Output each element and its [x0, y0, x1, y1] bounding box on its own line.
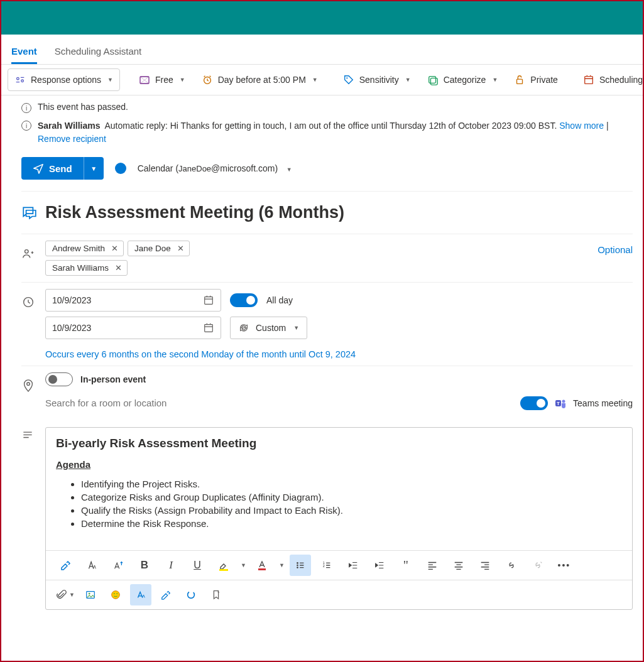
svg-point-13 — [27, 383, 30, 386]
align-right-icon[interactable] — [474, 555, 496, 576]
format-toolbar: B I U ▼ ▼ 12 " ••• — [46, 550, 632, 580]
agenda-item: Categorize Risks and Group Duplicates (A… — [81, 492, 622, 502]
event-passed-text: This event has passed. — [38, 102, 128, 112]
svg-point-20 — [297, 565, 298, 567]
optional-toggle-link[interactable]: Optional — [598, 241, 633, 255]
scheduling-toolbar-button[interactable]: Scheduling — [577, 69, 644, 90]
svg-point-16 — [562, 399, 565, 403]
tag-icon — [343, 74, 354, 85]
description-editor: Bi-yearly Risk Assessment Meeting Agenda… — [45, 427, 633, 610]
font-family-icon[interactable] — [81, 555, 102, 576]
private-label: Private — [530, 75, 558, 85]
location-input[interactable] — [45, 391, 297, 415]
more-options-icon[interactable]: ••• — [554, 555, 575, 576]
private-button[interactable]: Private — [508, 69, 564, 90]
emoji-icon[interactable] — [105, 584, 126, 605]
align-left-icon[interactable] — [422, 555, 443, 576]
clock-icon — [21, 289, 36, 309]
font-color-icon[interactable] — [251, 555, 273, 576]
categorize-icon — [427, 74, 439, 85]
calendar-label-prefix: Calendar ( — [138, 163, 178, 173]
remove-chip-icon[interactable]: ✕ — [115, 263, 122, 273]
send-label: Send — [49, 163, 72, 174]
svg-point-21 — [297, 567, 298, 568]
in-person-toggle[interactable] — [45, 372, 73, 386]
tab-event[interactable]: Event — [11, 41, 37, 64]
teams-meeting-label: Teams meeting — [573, 398, 633, 408]
remove-chip-icon[interactable]: ✕ — [111, 244, 118, 253]
end-date-value: 10/9/2023 — [52, 323, 91, 333]
calendar-picker-icon[interactable] — [203, 322, 214, 334]
optional-attendees[interactable]: Sarah Williams ✕ — [45, 260, 633, 276]
body-heading: Bi-yearly Risk Assessment Meeting — [56, 437, 622, 450]
calendar-picker-icon[interactable] — [203, 295, 214, 306]
underline-icon[interactable]: U — [187, 555, 208, 576]
decrease-indent-icon[interactable] — [342, 555, 364, 576]
quote-icon[interactable]: " — [395, 555, 417, 576]
busy-status-label: Free — [155, 75, 173, 85]
insert-picture-icon[interactable] — [80, 584, 101, 605]
info-icon: i — [21, 121, 31, 131]
lock-open-icon — [514, 74, 525, 85]
remove-chip-icon[interactable]: ✕ — [177, 244, 184, 253]
svg-point-1 — [21, 80, 24, 82]
bold-icon[interactable]: B — [134, 555, 155, 576]
italic-icon[interactable]: I — [160, 555, 182, 576]
reminder-button[interactable]: Day before at 5:00 PM ▼ — [195, 69, 324, 90]
send-split-button[interactable]: ▼ — [84, 157, 104, 180]
insert-link-icon[interactable] — [501, 555, 522, 576]
pipe: | — [606, 121, 609, 131]
teams-icon: T — [554, 397, 567, 410]
agenda-list: Identifying the Project Risks. Categoriz… — [56, 479, 622, 529]
event-title-input[interactable] — [45, 198, 633, 227]
required-attendees[interactable]: Andrew Smith ✕ Jane Doe ✕ — [45, 241, 190, 256]
response-options-button[interactable]: Response options ▼ — [8, 68, 120, 91]
svg-rect-8 — [585, 77, 593, 84]
highlight-color-icon[interactable] — [213, 555, 234, 576]
font-size-icon[interactable] — [107, 555, 129, 576]
calendar-selector[interactable]: Calendar (JaneDoe@microsoft.com) ▼ — [138, 163, 292, 173]
svg-point-9 — [25, 250, 29, 254]
svg-text:2: 2 — [323, 564, 325, 568]
svg-rect-18 — [258, 568, 266, 570]
increase-indent-icon[interactable] — [369, 555, 390, 576]
chevron-down-icon[interactable]: ▼ — [279, 562, 285, 568]
recurrence-dropdown[interactable]: Custom ▼ — [230, 317, 307, 339]
people-icon[interactable] — [21, 241, 36, 261]
editor-content[interactable]: Bi-yearly Risk Assessment Meeting Agenda… — [46, 428, 632, 550]
start-date-input[interactable]: 10/9/2023 — [45, 289, 221, 312]
teams-meeting-toggle[interactable] — [520, 396, 548, 410]
tab-scheduling-assistant[interactable]: Scheduling Assistant — [55, 41, 141, 64]
agenda-item: Identifying the Project Risks. — [81, 479, 622, 489]
end-date-input[interactable]: 10/9/2023 — [45, 317, 221, 339]
loop-component-icon[interactable] — [180, 584, 202, 605]
editor-options-icon[interactable] — [205, 584, 227, 605]
calendar-user: JaneDoe — [178, 164, 211, 173]
categorize-button[interactable]: Categorize ▼ — [421, 69, 505, 90]
chevron-down-icon: ▼ — [287, 166, 292, 173]
signature-icon[interactable] — [155, 584, 177, 605]
sensitivity-button[interactable]: Sensitivity ▼ — [337, 69, 417, 90]
busy-status-button[interactable]: Free ▼ — [133, 69, 192, 90]
agenda-item: Determine the Risk Response. — [81, 518, 622, 529]
agenda-item: Qualify the Risks (Assign Probability an… — [81, 505, 622, 516]
align-center-icon[interactable] — [448, 555, 469, 576]
bullet-list-icon[interactable] — [290, 555, 311, 576]
event-passed-banner: i This event has passed. — [21, 95, 633, 119]
numbered-list-icon[interactable]: 12 — [316, 555, 337, 576]
show-more-link[interactable]: Show more — [559, 121, 604, 131]
main-tabs: Event Scheduling Assistant — [1, 35, 643, 65]
format-painter-icon[interactable] — [55, 555, 76, 576]
attach-file-icon[interactable]: ▼ — [55, 584, 76, 605]
recurrence-summary-link[interactable]: Occurs every 6 months on the second Mond… — [45, 344, 633, 359]
calendar-icon — [583, 74, 594, 85]
remove-recipient-link[interactable]: Remove recipient — [38, 134, 106, 144]
insert-toolbar: ▼ — [46, 580, 632, 609]
send-button[interactable]: Send — [21, 157, 84, 180]
show-formatting-icon[interactable] — [130, 584, 151, 605]
svg-point-25 — [89, 593, 90, 595]
chevron-down-icon[interactable]: ▼ — [241, 562, 246, 568]
all-day-toggle[interactable] — [230, 293, 258, 307]
chevron-down-icon: ▼ — [405, 77, 411, 83]
svg-text:T: T — [557, 401, 560, 406]
